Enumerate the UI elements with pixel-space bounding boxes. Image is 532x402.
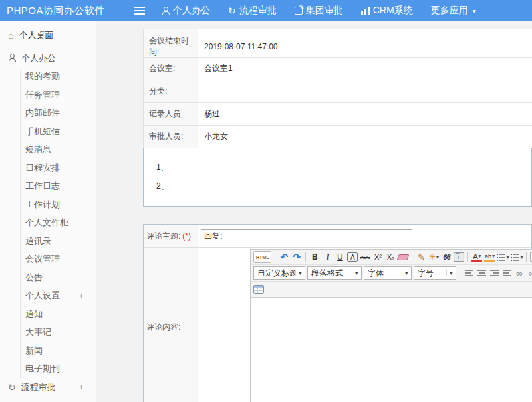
redo-icon[interactable]: ↷	[291, 251, 302, 263]
blockquote-icon[interactable]: 66	[441, 251, 452, 263]
field-value: 杨过	[198, 103, 532, 125]
chevron-down-icon: ▼	[295, 270, 305, 276]
collapse-icon[interactable]: −	[78, 53, 84, 63]
sidebar-item-内部邮件[interactable]: 内部邮件	[0, 104, 96, 123]
table-row: 会议结束时间:2019-08-07 11:47:00	[144, 35, 532, 58]
sidebar-item-手机短信[interactable]: 手机短信	[0, 122, 96, 141]
field-value: 2019-08-07 11:47:00	[198, 35, 532, 57]
topnav-item-更多应用[interactable]: 更多应用▾	[431, 5, 476, 17]
sidebar-item-label: 我的考勤	[25, 70, 60, 82]
underline-icon[interactable]: U	[334, 251, 345, 263]
select-字体[interactable]: 字体▼	[364, 266, 412, 280]
sidebar-item-desktop[interactable]: ⌂ 个人桌面	[0, 21, 96, 49]
sidebar-item-流程审批[interactable]: ↻流程审批+	[0, 378, 96, 397]
sidebar-item-个人办公[interactable]: 个人办公−	[0, 49, 96, 68]
sidebar-item-label: 个人文件柜	[25, 217, 68, 229]
field-value: 会议室1	[198, 58, 532, 80]
select-自定义标题[interactable]: 自定义标题▼	[253, 266, 305, 280]
topnav-item-label: 集团审批	[306, 5, 343, 17]
sidebar-item-日程安排[interactable]: 日程安排	[0, 159, 96, 177]
paste-icon[interactable]	[454, 252, 464, 262]
meeting-content-box: 1、2、	[143, 148, 532, 207]
topnav-item-CRM系统[interactable]: CRM系统	[361, 5, 413, 17]
select-字号[interactable]: 字号▼	[414, 266, 456, 280]
ordered-list-icon[interactable]: ▾	[497, 251, 509, 263]
chevron-down-icon: ▼	[402, 270, 411, 276]
top-navbar: PHPOA协同办公软件 个人办公↻流程审批集团审批CRM系统更多应用▾	[0, 0, 532, 21]
font-color-icon[interactable]: A▾	[471, 252, 482, 262]
strikethrough-icon[interactable]: ABC	[360, 251, 370, 263]
eraser-icon[interactable]	[397, 254, 410, 260]
topnav-item-个人办公[interactable]: 个人办公	[162, 5, 210, 17]
sidebar-item-我的考勤[interactable]: 我的考勤	[0, 68, 96, 86]
bold-icon[interactable]: B	[309, 251, 320, 263]
top-nav-items: 个人办公↻流程审批集团审批CRM系统更多应用▾	[162, 0, 476, 21]
align-left-icon[interactable]	[464, 267, 474, 279]
highlight-icon[interactable]: ab▾	[484, 252, 495, 262]
unlink-icon[interactable]: ∞	[527, 267, 532, 279]
link-icon[interactable]: ∞	[514, 267, 525, 279]
chart-icon	[361, 7, 370, 15]
hamburger-menu-icon[interactable]	[134, 7, 145, 8]
sidebar-item-任务管理[interactable]: 任务管理	[0, 86, 96, 104]
sidebar-item-label: 日程安排	[25, 162, 60, 174]
sidebar-item-个人设置[interactable]: 个人设置+	[0, 287, 96, 306]
field-label: 会议室:	[144, 58, 198, 80]
chevron-down-icon: ▾	[506, 254, 509, 260]
sidebar-item-通知[interactable]: 通知	[0, 305, 96, 324]
sidebar-item-label: 短消息	[25, 144, 51, 155]
align-right-icon[interactable]	[489, 267, 499, 279]
cycle-icon: ↻	[8, 383, 16, 392]
unordered-list-icon[interactable]: ▾	[511, 251, 523, 263]
sidebar-item-会议管理[interactable]: 会议管理	[0, 251, 96, 269]
sidebar-item-label: 电子期刊	[25, 363, 60, 375]
edit-icon	[295, 7, 303, 15]
sidebar-item-label: 个人桌面	[19, 29, 53, 41]
italic-icon[interactable]: I	[322, 251, 332, 263]
sidebar-item-个人文件柜[interactable]: 个人文件柜	[0, 214, 96, 233]
editor-content[interactable]	[251, 298, 532, 402]
chevron-down-icon: ▾	[520, 254, 523, 260]
chevron-down-icon: ▾	[479, 253, 481, 259]
meeting-detail-table: 会议结束时间:2019-08-07 11:47:00会议室:会议室1分类:记录人…	[143, 29, 532, 148]
table-icon[interactable]	[253, 285, 264, 294]
font-box-icon[interactable]: A	[347, 252, 358, 262]
toolbar-separator	[467, 252, 468, 262]
sidebar-item-新闻[interactable]: 新闻	[0, 342, 96, 360]
expand-icon[interactable]: +	[78, 382, 84, 392]
sidebar-item-短消息[interactable]: 短消息	[0, 141, 96, 159]
sidebar-item-label: 通知	[25, 308, 43, 320]
sidebar-item-label: 新闻	[25, 345, 43, 357]
subscript-icon[interactable]: X₂	[385, 251, 396, 263]
topnav-item-集团审批[interactable]: 集团审批	[295, 5, 343, 17]
person-icon	[162, 7, 170, 15]
app-title: PHPOA协同办公软件	[7, 0, 105, 21]
sidebar-item-label: 会议管理	[25, 253, 60, 265]
align-justify-icon[interactable]	[501, 267, 512, 279]
sidebar-item-label: 公告	[25, 272, 43, 284]
cycle-icon: ↻	[228, 6, 236, 15]
expand-icon[interactable]: +	[78, 291, 84, 301]
home-icon: ⌂	[8, 31, 13, 40]
sidebar-item-工作日志[interactable]: 工作日志	[0, 177, 96, 196]
comment-subject-input[interactable]	[201, 229, 412, 243]
html-source-icon[interactable]: HTML	[253, 251, 271, 263]
superscript-icon[interactable]: X²	[372, 251, 383, 263]
sidebar-item-label: 内部邮件	[25, 107, 60, 119]
select-段落格式[interactable]: 段落格式▼	[307, 266, 362, 280]
sidebar-item-电子期刊[interactable]: 电子期刊	[0, 360, 96, 379]
comment-subject-row: 评论主题: (*)	[144, 225, 531, 248]
sidebar-item-公告[interactable]: 公告	[0, 268, 96, 287]
toolbar-separator	[460, 268, 460, 278]
magic-wand-icon[interactable]: ✳▾	[428, 251, 439, 263]
undo-icon[interactable]: ↶	[279, 251, 289, 263]
topnav-item-流程审批[interactable]: ↻流程审批	[228, 5, 277, 17]
align-center-icon[interactable]	[476, 267, 487, 279]
sidebar-item-通讯录[interactable]: 通讯录	[0, 232, 96, 251]
sidebar-item-label: 手机短信	[25, 126, 60, 138]
select-value: 段落格式	[308, 268, 352, 279]
toolbar-separator	[275, 252, 275, 262]
format-painter-icon[interactable]: ✎	[416, 251, 426, 263]
sidebar-item-工作计划[interactable]: 工作计划	[0, 195, 96, 214]
sidebar-item-大事记[interactable]: 大事记	[0, 324, 96, 342]
